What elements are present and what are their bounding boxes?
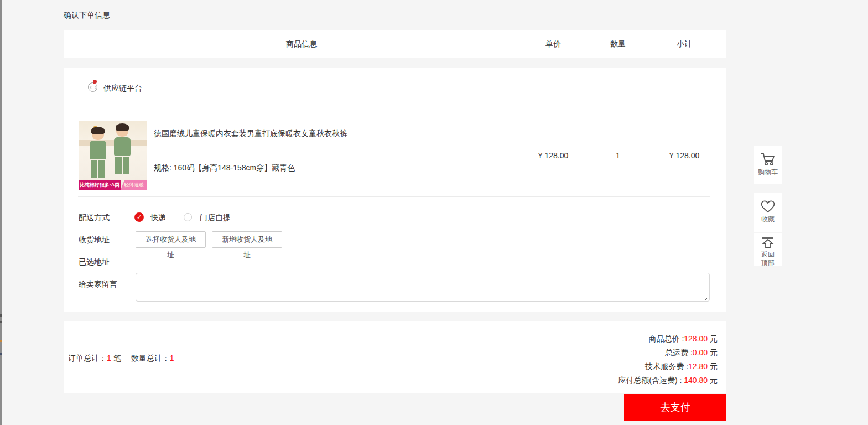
delivery-option-pickup[interactable]: 门店自提 bbox=[200, 213, 231, 223]
seller-message-input[interactable] bbox=[136, 273, 710, 302]
add-address-button[interactable]: 新增收货人及地址 bbox=[212, 231, 282, 248]
order-total-value: 1 bbox=[107, 354, 111, 362]
product-image-boy-figure bbox=[113, 126, 132, 174]
sidebar-item-cart[interactable]: 购物车 bbox=[754, 146, 782, 184]
order-card: 供应链平台 比纯棉好很多·A类 轻薄速暖 德国磨绒儿童保暖内衣套装男童打底保暖衣… bbox=[64, 68, 726, 312]
selected-address-label: 已选地址 bbox=[79, 257, 110, 267]
scroll-marker bbox=[0, 340, 2, 342]
summary-line-goods-total: 商品总价 :128.00 元 bbox=[618, 332, 718, 346]
goods-total-value: 128.00 bbox=[684, 334, 708, 343]
store-logo-icon bbox=[88, 82, 97, 92]
order-totals: 订单总计：1 笔数量总计：1 bbox=[68, 354, 174, 364]
payable-total-label: 应付总额(含运费) : bbox=[618, 376, 684, 385]
favorite-label: 收藏 bbox=[754, 215, 782, 224]
scroll-marker bbox=[0, 321, 2, 323]
summary-card: 商品总价 :128.00 元 总运费 :0.00 元 技术服务费 :12.80 … bbox=[64, 321, 726, 393]
goods-total-unit: 元 bbox=[708, 334, 718, 343]
banner-right-text: 轻薄速暖 bbox=[121, 180, 147, 190]
cart-icon bbox=[760, 152, 776, 167]
column-header-unit-price: 单价 bbox=[531, 39, 575, 49]
order-total-unit: 笔 bbox=[111, 354, 121, 362]
summary-line-payable-total: 应付总额(含运费) : 140.80 元 bbox=[618, 374, 718, 387]
cart-label: 购物车 bbox=[754, 168, 782, 177]
go-pay-button[interactable]: 去支付 bbox=[624, 394, 726, 421]
banner-left-text: 比纯棉好很多·A类 bbox=[79, 180, 121, 190]
product-subtotal: ¥ 128.00 bbox=[662, 151, 706, 160]
product-image[interactable]: 比纯棉好很多·A类 轻薄速暖 bbox=[79, 121, 147, 190]
divider bbox=[78, 196, 710, 197]
delivery-method-label: 配送方式 bbox=[79, 213, 110, 223]
page-title: 确认下单信息 bbox=[64, 11, 110, 20]
service-fee-value: 12.80 bbox=[688, 362, 708, 371]
order-total-label: 订单总计： bbox=[68, 354, 107, 362]
price-summary: 商品总价 :128.00 元 总运费 :0.00 元 技术服务费 :12.80 … bbox=[618, 332, 718, 387]
select-address-button[interactable]: 选择收货人及地址 bbox=[136, 231, 206, 248]
back-to-top-label: 返回顶部 bbox=[760, 251, 776, 267]
column-header-quantity: 数量 bbox=[596, 39, 640, 49]
back-to-top-icon bbox=[760, 236, 776, 250]
window-left-edge bbox=[0, 0, 2, 425]
shipping-fee-value: 0.00 bbox=[693, 348, 708, 357]
service-fee-unit: 元 bbox=[708, 362, 718, 371]
scroll-marker bbox=[0, 353, 2, 355]
summary-line-shipping-fee: 总运费 :0.00 元 bbox=[618, 346, 718, 360]
seller-message-label: 给卖家留言 bbox=[79, 279, 117, 289]
order-table-header: 商品信息 单价 数量 小计 bbox=[64, 30, 726, 58]
column-header-subtotal: 小计 bbox=[662, 39, 706, 49]
product-spec: 规格: 160码【身高148-158cm穿】藏青色 bbox=[154, 163, 486, 173]
column-header-product: 商品信息 bbox=[64, 39, 539, 49]
service-fee-label: 技术服务费 : bbox=[645, 362, 688, 371]
sidebar-item-favorite[interactable]: 收藏 bbox=[754, 193, 782, 232]
product-image-banner: 比纯棉好很多·A类 轻薄速暖 bbox=[79, 180, 147, 190]
qty-total-value: 1 bbox=[170, 354, 174, 362]
goods-total-label: 商品总价 : bbox=[649, 334, 684, 343]
product-image-girl-figure bbox=[89, 129, 107, 178]
divider bbox=[78, 111, 710, 111]
product-unit-price: ¥ 128.00 bbox=[531, 151, 575, 160]
sidebar-item-back-to-top[interactable]: 返回顶部 bbox=[754, 233, 782, 266]
scroll-marker bbox=[0, 314, 2, 317]
product-quantity: 1 bbox=[596, 151, 640, 160]
payable-total-value: 140.80 bbox=[684, 376, 708, 385]
payable-total-unit: 元 bbox=[708, 376, 718, 385]
store-name: 供应链平台 bbox=[103, 84, 142, 94]
summary-line-service-fee: 技术服务费 :12.80 元 bbox=[618, 360, 718, 374]
shipping-fee-unit: 元 bbox=[708, 348, 718, 357]
shipping-fee-label: 总运费 : bbox=[665, 348, 693, 357]
radio-pickup-unchecked-icon[interactable] bbox=[184, 213, 192, 221]
delivery-option-express[interactable]: 快递 bbox=[150, 213, 166, 223]
shipping-address-label: 收货地址 bbox=[79, 235, 110, 245]
qty-total-label: 数量总计： bbox=[131, 354, 170, 362]
radio-express-checked-icon[interactable]: ✓ bbox=[134, 212, 144, 222]
heart-icon bbox=[760, 200, 776, 214]
product-title[interactable]: 德国磨绒儿童保暖内衣套装男童打底保暖衣女童秋衣秋裤 bbox=[154, 129, 486, 139]
